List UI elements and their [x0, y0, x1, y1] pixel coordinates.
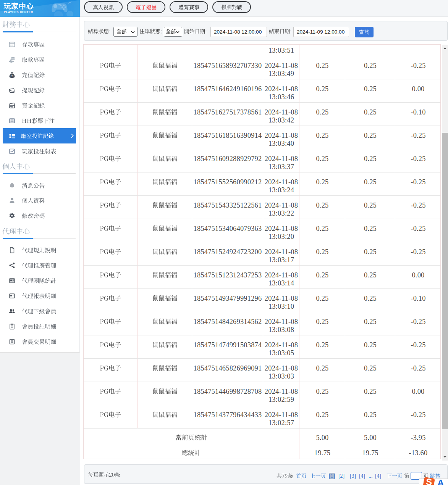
svg-text:¥: ¥ [11, 74, 13, 77]
